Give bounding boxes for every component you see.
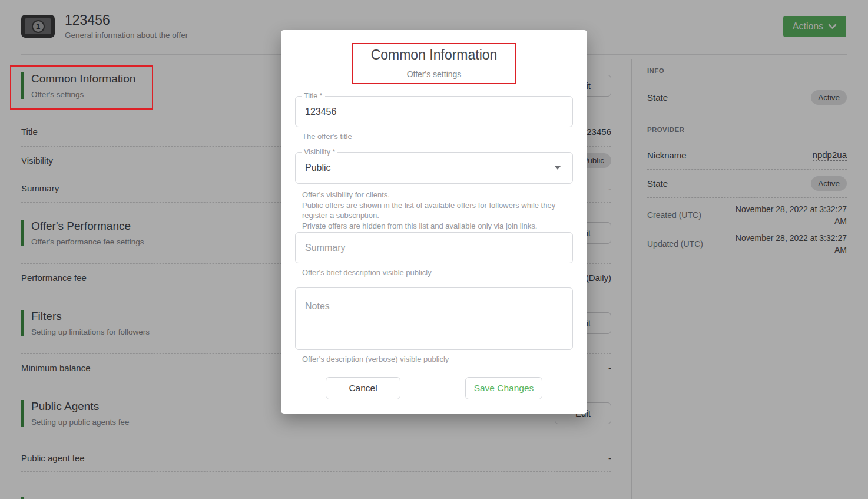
visibility-helper-text: Offer's visibility for clients. Public o… (295, 190, 573, 231)
dialog-title: Common Information (295, 47, 573, 63)
summary-field (295, 232, 573, 263)
summary-input[interactable] (296, 233, 572, 263)
visibility-field-label: Visibility * (302, 148, 337, 156)
summary-helper-text: Offer's brief description visible public… (295, 268, 573, 277)
title-helper-text: The offer's title (295, 132, 573, 141)
visibility-helper-line: Private offers are hidden from this list… (295, 221, 573, 232)
notes-field (295, 287, 573, 350)
visibility-helper-line: Public offers are shown in the list of a… (295, 200, 573, 221)
offer-details-page: 1 123456 General information about the o… (0, 0, 868, 499)
visibility-selected-value: Public (305, 163, 331, 173)
save-changes-button[interactable]: Save Changes (465, 377, 542, 399)
visibility-helper-line: Offer's visibility for clients. (295, 190, 573, 200)
cancel-button[interactable]: Cancel (326, 377, 400, 399)
dialog-actions: Cancel Save Changes (295, 377, 573, 399)
title-field-label: Title * (302, 92, 325, 100)
dialog-subtitle: Offer's settings (295, 69, 573, 80)
notes-helper-text: Offer's description (verbose) visible pu… (295, 355, 573, 364)
title-input[interactable] (296, 97, 572, 127)
title-field: Title * (295, 96, 573, 127)
common-information-dialog: Common Information Offer's settings Titl… (281, 30, 587, 414)
dropdown-arrow-icon (555, 166, 561, 170)
notes-textarea[interactable] (296, 288, 572, 349)
visibility-field[interactable]: Visibility * Public (295, 152, 573, 184)
